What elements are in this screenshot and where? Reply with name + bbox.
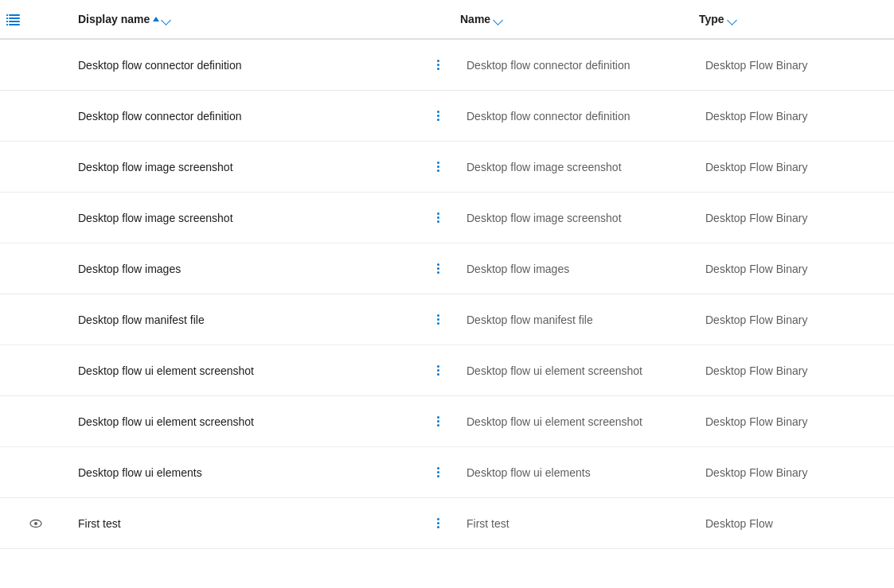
more-options-button[interactable] — [428, 259, 447, 278]
dot — [437, 216, 439, 219]
name-sort-icon — [494, 17, 502, 21]
row-name-cell: Desktop flow manifest file — [454, 307, 693, 333]
row-type-cell: Desktop Flow Binary — [693, 460, 894, 485]
display-name-sort-icons — [153, 17, 170, 21]
row-display-name-cell: Desktop flow image screenshot — [72, 202, 454, 234]
dot — [437, 467, 439, 469]
display-name-text: Desktop flow images — [78, 263, 422, 275]
dot — [437, 318, 439, 321]
row-name-cell: Desktop flow ui element screenshot — [454, 409, 693, 434]
dot — [437, 162, 439, 164]
more-options-button[interactable] — [428, 514, 447, 533]
dot — [437, 424, 439, 426]
more-options-button[interactable] — [428, 208, 447, 228]
more-options-button[interactable] — [428, 56, 447, 75]
row-type-cell: Desktop Flow Binary — [693, 256, 894, 282]
header-icon-cell[interactable] — [0, 11, 72, 27]
display-name-text: Desktop flow ui element screenshot — [78, 364, 422, 377]
row-name-cell: Desktop flow connector definition — [454, 103, 693, 129]
header-type[interactable]: Type — [693, 10, 894, 29]
row-name-cell: Desktop flow ui elements — [454, 460, 693, 485]
more-options-button[interactable] — [428, 463, 447, 482]
table-row: Desktop flow manifest fileDesktop flow m… — [0, 294, 894, 345]
more-options-button[interactable] — [428, 310, 447, 329]
more-options-button[interactable] — [428, 158, 447, 177]
table-row: Desktop flow imagesDesktop flow imagesDe… — [0, 243, 894, 294]
display-name-text: Desktop flow manifest file — [78, 313, 422, 326]
dot — [437, 60, 439, 62]
dot — [437, 267, 439, 270]
type-sort-icon — [728, 17, 736, 21]
row-type-cell: Desktop Flow Binary — [693, 103, 894, 129]
dot — [437, 322, 439, 325]
dot — [437, 212, 439, 215]
row-type-cell: Desktop Flow — [693, 511, 894, 536]
dot — [437, 416, 439, 419]
dot — [437, 68, 439, 70]
header-name[interactable]: Name — [454, 10, 693, 29]
table-row: Desktop flow image screenshotDesktop flo… — [0, 142, 894, 193]
list-view-icon — [6, 11, 22, 27]
header-display-name[interactable]: Display name — [72, 10, 454, 29]
row-name-cell: First test — [454, 511, 693, 536]
more-options-button[interactable] — [428, 107, 447, 126]
name-sort-icons — [494, 17, 502, 21]
row-display-name-cell: Desktop flow connector definition — [72, 100, 454, 132]
dot — [437, 64, 439, 66]
dot — [437, 373, 439, 376]
svg-rect-6 — [6, 21, 8, 22]
dot — [437, 526, 439, 528]
svg-rect-5 — [6, 18, 8, 19]
row-display-name-cell: Desktop flow ui element screenshot — [72, 406, 454, 438]
row-display-name-cell: Desktop flow connector definition — [72, 49, 454, 81]
table-row: Desktop flow connector definitionDesktop… — [0, 40, 894, 91]
more-options-button[interactable] — [428, 361, 447, 380]
table-row: First testFirst testDesktop Flow — [0, 498, 894, 549]
display-name-text: Desktop flow image screenshot — [78, 161, 422, 173]
display-name-text: Desktop flow ui elements — [78, 466, 422, 479]
data-table: Display name Name Type Desktop flow conn… — [0, 0, 894, 549]
display-name-text: Desktop flow connector definition — [78, 59, 422, 72]
svg-rect-2 — [9, 21, 20, 22]
dot — [437, 314, 439, 317]
header-display-name-label: Display name — [78, 13, 150, 25]
display-name-text: First test — [78, 517, 422, 530]
row-display-name-cell: Desktop flow manifest file — [72, 304, 454, 336]
svg-rect-7 — [6, 24, 8, 25]
header-name-label: Name — [460, 13, 490, 25]
dot — [437, 365, 439, 368]
row-display-name-cell: Desktop flow image screenshot — [72, 151, 454, 183]
dot — [437, 369, 439, 372]
dot — [437, 220, 439, 223]
row-name-cell: Desktop flow images — [454, 256, 693, 282]
dot — [437, 420, 439, 423]
sort-up-icon — [153, 17, 159, 21]
row-type-cell: Desktop Flow Binary — [693, 205, 894, 231]
table-header: Display name Name Type — [0, 0, 894, 40]
svg-rect-4 — [6, 14, 8, 16]
svg-rect-0 — [9, 14, 20, 16]
row-name-cell: Desktop flow ui element screenshot — [454, 358, 693, 384]
dot — [437, 165, 439, 168]
row-name-cell: Desktop flow image screenshot — [454, 205, 693, 231]
row-display-name-cell: Desktop flow images — [72, 253, 454, 285]
display-name-text: Desktop flow image screenshot — [78, 212, 422, 224]
row-type-cell: Desktop Flow Binary — [693, 53, 894, 78]
sort-down-icon — [162, 17, 170, 21]
dot — [437, 522, 439, 524]
table-row: Desktop flow image screenshotDesktop flo… — [0, 193, 894, 243]
row-display-name-cell: Desktop flow ui elements — [72, 457, 454, 489]
type-sort-icons — [728, 17, 736, 21]
dot — [437, 119, 439, 121]
more-options-button[interactable] — [428, 412, 447, 431]
row-type-cell: Desktop Flow Binary — [693, 154, 894, 180]
table-row: Desktop flow connector definitionDesktop… — [0, 91, 894, 142]
dot — [437, 518, 439, 520]
table-row: Desktop flow ui elementsDesktop flow ui … — [0, 447, 894, 498]
dot — [437, 475, 439, 477]
svg-rect-3 — [9, 24, 20, 25]
row-icon-cell — [0, 516, 72, 532]
header-type-label: Type — [699, 13, 724, 25]
table-body: Desktop flow connector definitionDesktop… — [0, 40, 894, 549]
dot — [437, 115, 439, 117]
